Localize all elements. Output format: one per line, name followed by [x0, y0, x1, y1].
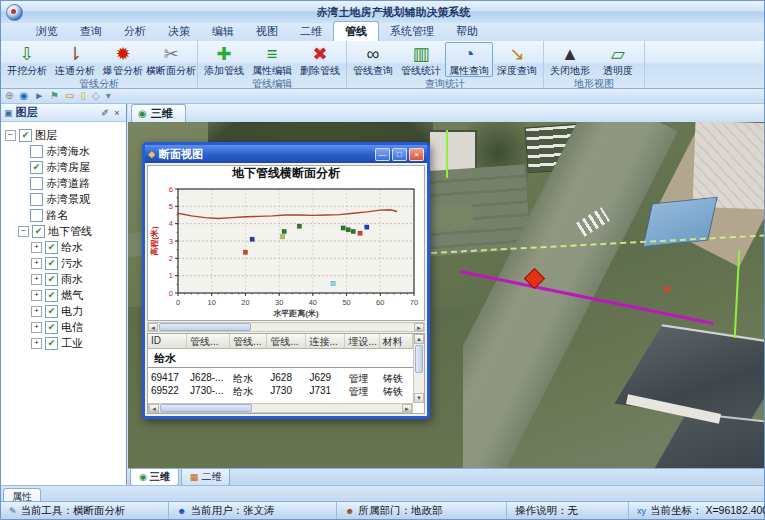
menu-item-管线[interactable]: 管线: [333, 21, 379, 41]
close-icon[interactable]: ×: [111, 108, 123, 118]
ribbon-button-添加管线[interactable]: ✚添加管线: [200, 42, 248, 77]
flyto-icon[interactable]: ►: [34, 91, 44, 101]
collapse-icon[interactable]: −: [5, 130, 16, 141]
column-header[interactable]: 材料: [380, 334, 413, 348]
expand-icon[interactable]: +: [31, 338, 42, 349]
scroll-down-icon[interactable]: ▼: [414, 393, 424, 403]
measure-height-icon[interactable]: ▯: [80, 91, 86, 101]
menu-item-浏览[interactable]: 浏览: [25, 22, 69, 41]
minimize-button[interactable]: —: [375, 148, 390, 161]
layer-checkbox[interactable]: ✔: [45, 257, 58, 270]
tree-item-图层[interactable]: −✔图层: [3, 127, 124, 143]
expand-icon[interactable]: +: [31, 290, 42, 301]
column-header[interactable]: 管线...: [230, 334, 267, 348]
title-bar[interactable]: 赤湾土地房产规划辅助决策系统: [1, 1, 764, 24]
column-header[interactable]: 管线...: [187, 334, 230, 348]
scroll-left-icon[interactable]: ◄: [148, 323, 158, 331]
layer-checkbox[interactable]: ✔: [30, 161, 43, 174]
ribbon-button-开挖分析[interactable]: ⇩开挖分析: [3, 42, 51, 77]
layer-checkbox[interactable]: ✔: [45, 337, 58, 350]
layer-checkbox[interactable]: ✔: [45, 273, 58, 286]
layer-checkbox[interactable]: ✔: [45, 241, 58, 254]
collapse-icon[interactable]: −: [18, 226, 29, 237]
layer-checkbox[interactable]: [30, 145, 43, 158]
tab-三维[interactable]: ◉三维: [130, 469, 179, 486]
ribbon-button-连通分析[interactable]: ⇂连通分析: [51, 42, 99, 77]
scroll-left-icon[interactable]: ◄: [149, 404, 159, 412]
close-button[interactable]: ×: [409, 148, 424, 161]
tree-item-给水[interactable]: +✔给水: [3, 239, 124, 255]
scrollbar-thumb[interactable]: [160, 404, 252, 412]
table-row[interactable]: 69417J628-...给水J628J629管埋铸铁: [148, 372, 413, 384]
measure-area-icon[interactable]: ▭: [65, 91, 74, 101]
menu-item-决策[interactable]: 决策: [157, 22, 201, 41]
expand-icon[interactable]: +: [31, 306, 42, 317]
tree-item-电力[interactable]: +✔电力: [3, 303, 124, 319]
scrollbar-thumb[interactable]: [415, 345, 423, 373]
ribbon-button-爆管分析[interactable]: ✹爆管分析: [99, 42, 147, 77]
tab-3d-view[interactable]: ◉ 三维: [131, 104, 186, 122]
table-row[interactable]: 69522J730-...给水J730J731管埋铸铁: [148, 385, 413, 397]
tree-item-赤湾海水[interactable]: 赤湾海水: [3, 143, 124, 159]
tree-item-赤湾景观[interactable]: 赤湾景观: [3, 191, 124, 207]
column-header[interactable]: 管线...: [267, 334, 306, 348]
vertical-scrollbar[interactable]: ▲ ▼: [413, 334, 424, 403]
scroll-right-icon[interactable]: ►: [402, 404, 412, 412]
more-icon[interactable]: ▾: [106, 91, 111, 101]
ribbon-button-深度查询[interactable]: ↘深度查询: [493, 42, 541, 77]
expand-icon[interactable]: +: [31, 258, 42, 269]
expand-icon[interactable]: +: [31, 242, 42, 253]
menu-item-分析[interactable]: 分析: [113, 22, 157, 41]
scroll-right-icon[interactable]: ►: [414, 323, 424, 331]
menu-item-二维[interactable]: 二维: [289, 22, 333, 41]
pin-icon[interactable]: ✐: [99, 108, 111, 118]
layer-checkbox[interactable]: ✔: [45, 321, 58, 334]
ribbon-button-属性编辑[interactable]: ≡属性编辑: [248, 42, 296, 77]
layer-checkbox[interactable]: [30, 209, 43, 222]
horizontal-scrollbar[interactable]: ◄ ►: [148, 403, 413, 413]
column-header[interactable]: ID: [148, 334, 187, 348]
info-icon[interactable]: ◉: [19, 91, 28, 101]
ribbon-button-属性查询[interactable]: ◔属性查询: [445, 42, 493, 77]
tab-二维[interactable]: ▦二维: [181, 469, 231, 486]
tree-item-路名[interactable]: 路名: [3, 207, 124, 223]
tree-item-工业[interactable]: +✔工业: [3, 335, 124, 351]
expand-icon[interactable]: +: [31, 322, 42, 333]
menu-item-系统管理[interactable]: 系统管理: [379, 22, 445, 41]
tree-item-电信[interactable]: +✔电信: [3, 319, 124, 335]
ribbon-button-管线统计[interactable]: ▥管线统计: [397, 42, 445, 77]
ribbon-button-管线查询[interactable]: ∞管线查询: [349, 42, 397, 77]
tree-item-地下管线[interactable]: −✔地下管线: [3, 223, 124, 239]
tree-item-赤湾道路[interactable]: 赤湾道路: [3, 175, 124, 191]
ribbon-button-横断面分析[interactable]: ✂横断面分析: [147, 42, 195, 77]
tree-item-赤湾房屋[interactable]: ✔赤湾房屋: [3, 159, 124, 175]
menu-item-帮助[interactable]: 帮助: [445, 22, 489, 41]
scene-flag-icon[interactable]: ⚑: [50, 91, 59, 101]
menu-item-编辑[interactable]: 编辑: [201, 22, 245, 41]
ribbon-button-透明度[interactable]: ▱透明度: [594, 42, 642, 77]
horizontal-scrollbar[interactable]: ◄ ►: [147, 322, 425, 332]
ribbon-button-关闭地形[interactable]: ▲关闭地形: [546, 42, 594, 77]
menu-item-查询[interactable]: 查询: [69, 22, 113, 41]
layer-checkbox[interactable]: ✔: [32, 225, 45, 238]
tree-item-雨水[interactable]: +✔雨水: [3, 271, 124, 287]
tree-item-燃气[interactable]: +✔燃气: [3, 287, 124, 303]
scrollbar-thumb[interactable]: [159, 323, 251, 331]
layer-checkbox[interactable]: [30, 177, 43, 190]
layer-checkbox[interactable]: ✔: [45, 289, 58, 302]
ribbon-button-删除管线[interactable]: ✖删除管线: [296, 42, 344, 77]
column-header[interactable]: 连接...: [306, 334, 345, 348]
maximize-button[interactable]: □: [392, 148, 407, 161]
pan-icon[interactable]: ⊕: [5, 91, 13, 101]
tree-item-污水[interactable]: +✔污水: [3, 255, 124, 271]
menu-item-视图[interactable]: 视图: [245, 22, 289, 41]
layer-checkbox[interactable]: ✔: [45, 305, 58, 318]
table-group-给水[interactable]: 给水: [148, 349, 413, 368]
layer-checkbox[interactable]: ✔: [19, 129, 32, 142]
layer-checkbox[interactable]: [30, 193, 43, 206]
column-header[interactable]: 埋设...: [345, 334, 379, 348]
scroll-up-icon[interactable]: ▲: [414, 334, 424, 344]
clear-icon[interactable]: ◇: [92, 91, 100, 101]
expand-icon[interactable]: +: [31, 274, 42, 285]
section-window-titlebar[interactable]: ◆ 断面视图 — □ ×: [145, 145, 427, 163]
